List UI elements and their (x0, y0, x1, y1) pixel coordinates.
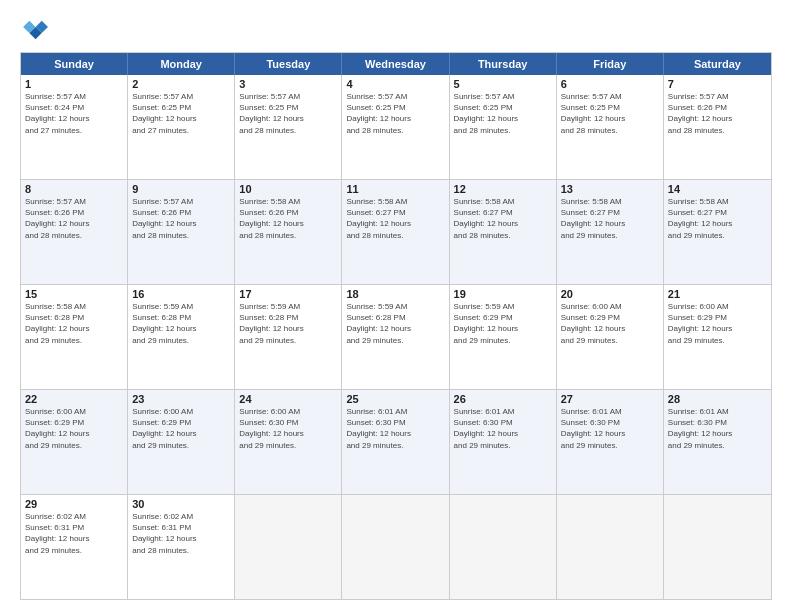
calendar-row-4: 22Sunrise: 6:00 AM Sunset: 6:29 PM Dayli… (21, 390, 771, 495)
header-day-sunday: Sunday (21, 53, 128, 75)
day-cell-25: 25Sunrise: 6:01 AM Sunset: 6:30 PM Dayli… (342, 390, 449, 494)
day-number: 24 (239, 393, 337, 405)
day-cell-22: 22Sunrise: 6:00 AM Sunset: 6:29 PM Dayli… (21, 390, 128, 494)
day-cell-15: 15Sunrise: 5:58 AM Sunset: 6:28 PM Dayli… (21, 285, 128, 389)
day-number: 27 (561, 393, 659, 405)
day-info: Sunrise: 5:57 AM Sunset: 6:26 PM Dayligh… (132, 196, 230, 241)
empty-cell-4-2 (235, 495, 342, 599)
day-info: Sunrise: 5:57 AM Sunset: 6:25 PM Dayligh… (239, 91, 337, 136)
day-cell-30: 30Sunrise: 6:02 AM Sunset: 6:31 PM Dayli… (128, 495, 235, 599)
day-number: 1 (25, 78, 123, 90)
day-cell-16: 16Sunrise: 5:59 AM Sunset: 6:28 PM Dayli… (128, 285, 235, 389)
day-info: Sunrise: 5:59 AM Sunset: 6:28 PM Dayligh… (132, 301, 230, 346)
day-cell-23: 23Sunrise: 6:00 AM Sunset: 6:29 PM Dayli… (128, 390, 235, 494)
day-cell-12: 12Sunrise: 5:58 AM Sunset: 6:27 PM Dayli… (450, 180, 557, 284)
day-info: Sunrise: 5:59 AM Sunset: 6:28 PM Dayligh… (346, 301, 444, 346)
day-cell-6: 6Sunrise: 5:57 AM Sunset: 6:25 PM Daylig… (557, 75, 664, 179)
day-info: Sunrise: 6:02 AM Sunset: 6:31 PM Dayligh… (25, 511, 123, 556)
logo (20, 16, 52, 44)
day-info: Sunrise: 6:01 AM Sunset: 6:30 PM Dayligh… (561, 406, 659, 451)
day-number: 4 (346, 78, 444, 90)
day-number: 26 (454, 393, 552, 405)
day-number: 18 (346, 288, 444, 300)
calendar-row-1: 1Sunrise: 5:57 AM Sunset: 6:24 PM Daylig… (21, 75, 771, 180)
day-number: 7 (668, 78, 767, 90)
day-info: Sunrise: 5:57 AM Sunset: 6:25 PM Dayligh… (132, 91, 230, 136)
day-cell-8: 8Sunrise: 5:57 AM Sunset: 6:26 PM Daylig… (21, 180, 128, 284)
day-cell-1: 1Sunrise: 5:57 AM Sunset: 6:24 PM Daylig… (21, 75, 128, 179)
day-number: 30 (132, 498, 230, 510)
day-info: Sunrise: 6:00 AM Sunset: 6:29 PM Dayligh… (25, 406, 123, 451)
day-info: Sunrise: 5:58 AM Sunset: 6:26 PM Dayligh… (239, 196, 337, 241)
day-number: 28 (668, 393, 767, 405)
day-number: 13 (561, 183, 659, 195)
header-day-friday: Friday (557, 53, 664, 75)
empty-cell-4-4 (450, 495, 557, 599)
day-info: Sunrise: 5:58 AM Sunset: 6:27 PM Dayligh… (346, 196, 444, 241)
day-cell-17: 17Sunrise: 5:59 AM Sunset: 6:28 PM Dayli… (235, 285, 342, 389)
header-day-thursday: Thursday (450, 53, 557, 75)
day-info: Sunrise: 6:00 AM Sunset: 6:29 PM Dayligh… (561, 301, 659, 346)
header (20, 16, 772, 44)
day-info: Sunrise: 5:59 AM Sunset: 6:29 PM Dayligh… (454, 301, 552, 346)
day-cell-29: 29Sunrise: 6:02 AM Sunset: 6:31 PM Dayli… (21, 495, 128, 599)
day-info: Sunrise: 5:57 AM Sunset: 6:24 PM Dayligh… (25, 91, 123, 136)
day-info: Sunrise: 5:58 AM Sunset: 6:27 PM Dayligh… (668, 196, 767, 241)
day-cell-27: 27Sunrise: 6:01 AM Sunset: 6:30 PM Dayli… (557, 390, 664, 494)
day-cell-11: 11Sunrise: 5:58 AM Sunset: 6:27 PM Dayli… (342, 180, 449, 284)
day-number: 17 (239, 288, 337, 300)
day-info: Sunrise: 5:57 AM Sunset: 6:26 PM Dayligh… (668, 91, 767, 136)
empty-cell-4-6 (664, 495, 771, 599)
day-cell-5: 5Sunrise: 5:57 AM Sunset: 6:25 PM Daylig… (450, 75, 557, 179)
day-cell-3: 3Sunrise: 5:57 AM Sunset: 6:25 PM Daylig… (235, 75, 342, 179)
day-number: 9 (132, 183, 230, 195)
header-day-tuesday: Tuesday (235, 53, 342, 75)
logo-icon (20, 16, 48, 44)
day-info: Sunrise: 5:58 AM Sunset: 6:27 PM Dayligh… (561, 196, 659, 241)
day-info: Sunrise: 6:01 AM Sunset: 6:30 PM Dayligh… (454, 406, 552, 451)
day-number: 5 (454, 78, 552, 90)
day-info: Sunrise: 6:02 AM Sunset: 6:31 PM Dayligh… (132, 511, 230, 556)
day-cell-20: 20Sunrise: 6:00 AM Sunset: 6:29 PM Dayli… (557, 285, 664, 389)
day-info: Sunrise: 5:57 AM Sunset: 6:25 PM Dayligh… (346, 91, 444, 136)
day-cell-24: 24Sunrise: 6:00 AM Sunset: 6:30 PM Dayli… (235, 390, 342, 494)
day-info: Sunrise: 6:00 AM Sunset: 6:29 PM Dayligh… (132, 406, 230, 451)
day-number: 16 (132, 288, 230, 300)
day-number: 6 (561, 78, 659, 90)
day-cell-9: 9Sunrise: 5:57 AM Sunset: 6:26 PM Daylig… (128, 180, 235, 284)
day-number: 10 (239, 183, 337, 195)
day-number: 15 (25, 288, 123, 300)
day-cell-26: 26Sunrise: 6:01 AM Sunset: 6:30 PM Dayli… (450, 390, 557, 494)
day-cell-28: 28Sunrise: 6:01 AM Sunset: 6:30 PM Dayli… (664, 390, 771, 494)
day-cell-13: 13Sunrise: 5:58 AM Sunset: 6:27 PM Dayli… (557, 180, 664, 284)
day-number: 3 (239, 78, 337, 90)
header-day-wednesday: Wednesday (342, 53, 449, 75)
day-info: Sunrise: 5:58 AM Sunset: 6:27 PM Dayligh… (454, 196, 552, 241)
day-info: Sunrise: 5:58 AM Sunset: 6:28 PM Dayligh… (25, 301, 123, 346)
calendar-row-2: 8Sunrise: 5:57 AM Sunset: 6:26 PM Daylig… (21, 180, 771, 285)
day-number: 11 (346, 183, 444, 195)
header-day-monday: Monday (128, 53, 235, 75)
day-info: Sunrise: 5:57 AM Sunset: 6:26 PM Dayligh… (25, 196, 123, 241)
header-day-saturday: Saturday (664, 53, 771, 75)
day-cell-10: 10Sunrise: 5:58 AM Sunset: 6:26 PM Dayli… (235, 180, 342, 284)
calendar-row-5: 29Sunrise: 6:02 AM Sunset: 6:31 PM Dayli… (21, 495, 771, 599)
day-cell-14: 14Sunrise: 5:58 AM Sunset: 6:27 PM Dayli… (664, 180, 771, 284)
calendar: SundayMondayTuesdayWednesdayThursdayFrid… (20, 52, 772, 600)
day-cell-4: 4Sunrise: 5:57 AM Sunset: 6:25 PM Daylig… (342, 75, 449, 179)
day-info: Sunrise: 6:00 AM Sunset: 6:29 PM Dayligh… (668, 301, 767, 346)
calendar-row-3: 15Sunrise: 5:58 AM Sunset: 6:28 PM Dayli… (21, 285, 771, 390)
day-number: 21 (668, 288, 767, 300)
day-info: Sunrise: 6:01 AM Sunset: 6:30 PM Dayligh… (668, 406, 767, 451)
day-number: 20 (561, 288, 659, 300)
empty-cell-4-5 (557, 495, 664, 599)
calendar-header: SundayMondayTuesdayWednesdayThursdayFrid… (21, 53, 771, 75)
day-number: 22 (25, 393, 123, 405)
day-cell-18: 18Sunrise: 5:59 AM Sunset: 6:28 PM Dayli… (342, 285, 449, 389)
empty-cell-4-3 (342, 495, 449, 599)
calendar-body: 1Sunrise: 5:57 AM Sunset: 6:24 PM Daylig… (21, 75, 771, 599)
day-cell-2: 2Sunrise: 5:57 AM Sunset: 6:25 PM Daylig… (128, 75, 235, 179)
day-number: 19 (454, 288, 552, 300)
day-number: 12 (454, 183, 552, 195)
day-info: Sunrise: 6:01 AM Sunset: 6:30 PM Dayligh… (346, 406, 444, 451)
